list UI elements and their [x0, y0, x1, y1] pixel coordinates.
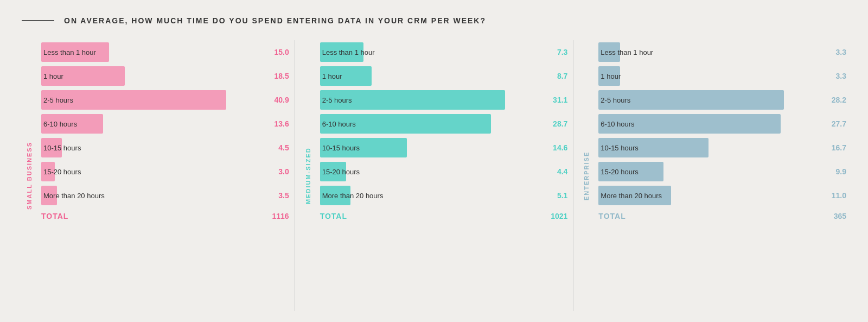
- bar-fill: [41, 66, 125, 86]
- bar-value: 15.0: [259, 48, 289, 56]
- total-label: TOTAL: [41, 212, 68, 220]
- bar-fill: [320, 42, 363, 62]
- bar-track: 15-20 hours: [320, 160, 538, 184]
- bar-track: 1 hour: [598, 64, 816, 88]
- total-row: TOTAL365: [598, 207, 846, 220]
- table-row: 15-20 hours3.0: [41, 160, 289, 184]
- bar-value: 16.7: [816, 143, 846, 152]
- bar-value: 3.5: [259, 191, 289, 200]
- table-row: 6-10 hours13.6: [41, 112, 289, 136]
- bar-value: 3.0: [259, 167, 289, 176]
- total-row: TOTAL1116: [41, 207, 289, 220]
- table-row: 2-5 hours31.1: [320, 88, 568, 112]
- bar-fill: [41, 42, 109, 62]
- bar-fill: [41, 90, 226, 110]
- table-row: 6-10 hours28.7: [320, 112, 568, 136]
- bar-value: 31.1: [538, 96, 567, 104]
- bar-fill: [41, 162, 55, 181]
- title-row: ON AVERAGE, HOW MUCH TIME DO YOU SPEND E…: [22, 16, 846, 25]
- bar-value: 4.5: [259, 143, 289, 152]
- table-row: 2-5 hours40.9: [41, 88, 289, 112]
- bar-track: 6-10 hours: [320, 112, 538, 136]
- table-row: Less than 1 hour7.3: [320, 40, 568, 64]
- bar-track: More than 20 hours: [41, 184, 259, 207]
- table-row: 1 hour3.3: [598, 64, 846, 88]
- total-value: 1021: [551, 212, 567, 220]
- table-row: Less than 1 hour3.3: [598, 40, 846, 64]
- table-row: More than 20 hours5.1: [320, 184, 568, 207]
- chart-title: ON AVERAGE, HOW MUCH TIME DO YOU SPEND E…: [64, 16, 486, 25]
- table-row: More than 20 hours11.0: [598, 184, 846, 207]
- bar-value: 3.3: [816, 48, 846, 56]
- bar-fill: [598, 90, 783, 110]
- total-label: TOTAL: [320, 212, 347, 220]
- table-row: 15-20 hours9.9: [598, 160, 846, 184]
- bar-track: 10-15 hours: [41, 136, 259, 160]
- bar-value: 18.5: [259, 72, 289, 80]
- bar-fill: [320, 90, 505, 110]
- vertical-label-medium-sized: MEDIUM-SIZED: [301, 40, 316, 311]
- table-row: 1 hour8.7: [320, 64, 568, 88]
- bar-fill: [320, 162, 346, 181]
- total-value: 1116: [272, 212, 289, 220]
- bar-track: 1 hour: [320, 64, 538, 88]
- table-row: 2-5 hours28.2: [598, 88, 846, 112]
- bar-track: Less than 1 hour: [320, 40, 538, 64]
- bar-fill: [598, 138, 708, 157]
- section-enterprise: ENTERPRISELess than 1 hour3.31 hour3.32-…: [573, 40, 846, 311]
- table-row: 15-20 hours4.4: [320, 160, 568, 184]
- bar-track: 2-5 hours: [320, 88, 538, 112]
- bar-track: Less than 1 hour: [41, 40, 259, 64]
- bar-fill: [598, 186, 671, 205]
- bar-fill: [320, 114, 491, 134]
- bar-track: More than 20 hours: [598, 184, 816, 207]
- bar-track: 6-10 hours: [598, 112, 816, 136]
- bar-track: 15-20 hours: [598, 160, 816, 184]
- title-line: [22, 20, 54, 21]
- bar-fill: [320, 186, 350, 205]
- bar-value: 13.6: [259, 119, 289, 128]
- bar-fill: [41, 186, 57, 205]
- bar-fill: [598, 162, 663, 181]
- vertical-label-small-business: SMALL BUSINESS: [22, 40, 37, 311]
- table-row: 10-15 hours4.5: [41, 136, 289, 160]
- bar-value: 28.7: [538, 119, 567, 128]
- bar-value: 7.3: [538, 48, 567, 56]
- table-row: More than 20 hours3.5: [41, 184, 289, 207]
- bar-track: More than 20 hours: [320, 184, 538, 207]
- bar-value: 28.2: [816, 96, 846, 104]
- total-label: TOTAL: [598, 212, 626, 220]
- bar-track: Less than 1 hour: [598, 40, 816, 64]
- bar-fill: [598, 66, 620, 86]
- bar-value: 9.9: [816, 167, 846, 176]
- bar-value: 3.3: [816, 72, 846, 80]
- bar-track: 15-20 hours: [41, 160, 259, 184]
- table-row: 6-10 hours27.7: [598, 112, 846, 136]
- bar-value: 5.1: [538, 191, 567, 200]
- bar-track: 1 hour: [41, 64, 259, 88]
- bar-fill: [41, 138, 62, 157]
- bar-value: 8.7: [538, 72, 567, 80]
- table-row: 1 hour18.5: [41, 64, 289, 88]
- bar-value: 11.0: [816, 191, 846, 200]
- bar-fill: [320, 138, 407, 157]
- bar-fill: [41, 114, 103, 134]
- bar-track: 10-15 hours: [320, 136, 538, 160]
- bar-value: 40.9: [259, 96, 289, 104]
- bar-value: 4.4: [538, 167, 567, 176]
- section-medium-sized: MEDIUM-SIZEDLess than 1 hour7.31 hour8.7…: [295, 40, 568, 311]
- bar-value: 14.6: [538, 143, 567, 152]
- table-row: 10-15 hours14.6: [320, 136, 568, 160]
- table-row: Less than 1 hour15.0: [41, 40, 289, 64]
- bar-fill: [598, 42, 620, 62]
- bar-fill: [598, 114, 780, 134]
- bar-track: 2-5 hours: [598, 88, 816, 112]
- bar-track: 10-15 hours: [598, 136, 816, 160]
- section-small-business: SMALL BUSINESSLess than 1 hour15.01 hour…: [22, 40, 289, 311]
- bar-track: 2-5 hours: [41, 88, 259, 112]
- total-row: TOTAL1021: [320, 207, 568, 220]
- bar-value: 27.7: [816, 119, 846, 128]
- bar-fill: [320, 66, 372, 86]
- total-value: 365: [834, 212, 846, 220]
- table-row: 10-15 hours16.7: [598, 136, 846, 160]
